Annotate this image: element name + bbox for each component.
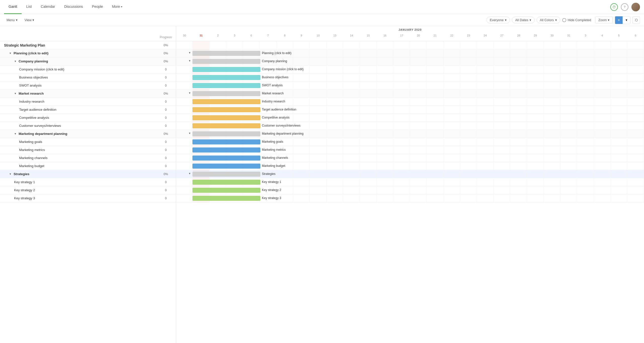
gantt-col-15 (427, 41, 443, 49)
gantt-col-0 (176, 154, 193, 162)
gantt-col-8 (310, 170, 326, 178)
task-row-marketing-metrics[interactable]: Marketing metrics0 (0, 146, 176, 154)
task-row-key-strategy-2[interactable]: Key strategy 20 (0, 186, 176, 194)
gantt-col-27 (627, 49, 644, 57)
gantt-col-16 (444, 170, 460, 178)
gantt-col-22 (544, 98, 560, 106)
gantt-col-20 (510, 154, 527, 162)
gantt-col-8 (310, 73, 326, 82)
gantt-col-10 (343, 114, 360, 122)
tab-list[interactable]: List (22, 0, 36, 14)
gantt-col-22 (544, 162, 560, 170)
gantt-col-22 (544, 41, 560, 49)
task-row-marketing-dept[interactable]: ▼Marketing department planning0% (0, 130, 176, 138)
task-row-swot[interactable]: SWOT analysis0 (0, 82, 176, 90)
gantt-col-23 (560, 194, 577, 202)
zoom-button[interactable]: Zoom ▾ (595, 17, 613, 23)
gantt-col-1 (193, 106, 209, 114)
gantt-col-0 (176, 90, 193, 98)
clock-icon[interactable]: ⏱ (610, 3, 618, 11)
task-label-strategies: Strategies (14, 172, 29, 176)
gantt-col-25 (594, 146, 611, 154)
gantt-col-24 (577, 106, 594, 114)
task-row-marketing-goals[interactable]: Marketing goals0 (0, 138, 176, 146)
gantt-grid-3 (176, 65, 644, 73)
gantt-col-21 (527, 82, 544, 90)
gantt-col-25 (594, 170, 611, 178)
avatar[interactable] (631, 3, 640, 11)
gantt-col-18 (477, 138, 494, 146)
task-row-strategic[interactable]: Strategic Marketing Plan0% (0, 41, 176, 49)
gantt-view-toggle[interactable]: ≡ (615, 16, 623, 24)
gantt-col-19 (494, 82, 510, 90)
task-row-competitive[interactable]: Competitive analysis0 (0, 114, 176, 122)
nav-right-actions: ⏱ ? (610, 3, 640, 11)
gantt-col-12 (377, 178, 393, 186)
gantt-grid-8 (176, 106, 644, 114)
task-row-industry-research[interactable]: Industry research0 (0, 98, 176, 106)
gantt-col-1 (193, 49, 209, 57)
gantt-col-8 (310, 154, 326, 162)
gantt-col-16 (444, 122, 460, 130)
gantt-col-24 (577, 65, 594, 73)
gantt-col-14 (410, 154, 427, 162)
gantt-col-19 (494, 106, 510, 114)
collapse-arrow-planning[interactable]: ▼ (9, 52, 12, 55)
task-row-customer-surveys[interactable]: Customer surveys/interviews0 (0, 122, 176, 130)
gantt-col-12 (377, 138, 393, 146)
gantt-col-11 (360, 194, 377, 202)
main-area: Progress Strategic Marketing Plan0%▼Plan… (0, 26, 644, 343)
gantt-col-7 (293, 49, 310, 57)
collapse-arrow-company-planning[interactable]: ▼ (14, 60, 17, 63)
tab-people[interactable]: People (88, 0, 108, 14)
task-row-business-obj[interactable]: Business objectives0 (0, 73, 176, 82)
task-row-company-mission[interactable]: Company mission (click to edit)0 (0, 65, 176, 73)
task-row-marketing-channels[interactable]: Marketing channels0 (0, 154, 176, 162)
task-row-strategies[interactable]: ▼Strategies0% (0, 170, 176, 178)
gantt-col-9 (327, 73, 343, 82)
collapse-arrow-marketing-dept[interactable]: ▼ (14, 132, 17, 135)
gantt-col-5 (260, 146, 276, 154)
collapse-arrow-market-research[interactable]: ▼ (14, 92, 17, 95)
gantt-grid-7 (176, 98, 644, 106)
gantt-col-27 (627, 162, 644, 170)
tab-calendar[interactable]: Calendar (36, 0, 60, 14)
task-row-key-strategy-3[interactable]: Key strategy 30 (0, 194, 176, 202)
task-row-planning[interactable]: ▼Planning (click to edit)0% (0, 49, 176, 57)
task-name-marketing-budget: Marketing budget (0, 164, 156, 168)
tab-discussions[interactable]: Discussions (60, 0, 88, 14)
everyone-filter[interactable]: Everyone ▾ (487, 17, 510, 23)
hide-completed-checkbox[interactable] (562, 18, 566, 22)
date-cell-2: 2 (210, 34, 226, 37)
all-dates-filter[interactable]: All Dates ▾ (512, 17, 535, 23)
gantt-col-7 (293, 138, 310, 146)
grid-view-toggle[interactable]: ▾ (623, 16, 630, 24)
gantt-col-25 (594, 194, 611, 202)
collapse-arrow-strategies[interactable]: ▼ (9, 173, 12, 175)
task-row-market-research[interactable]: ▼Market research0% (0, 90, 176, 98)
task-row-key-strategy-1[interactable]: Key strategy 10 (0, 178, 176, 186)
gantt-col-9 (327, 162, 343, 170)
gantt-col-2 (210, 186, 226, 194)
task-row-marketing-budget[interactable]: Marketing budget0 (0, 162, 176, 170)
view-button[interactable]: View ▾ (22, 17, 37, 23)
menu-button[interactable]: Menu ▾ (4, 17, 20, 23)
all-colors-filter[interactable]: All Colors ▾ (537, 17, 560, 23)
gantt-col-17 (460, 146, 477, 154)
gantt-col-9 (327, 130, 343, 138)
gantt-col-4 (243, 194, 260, 202)
date-cell-22: 22 (444, 34, 460, 37)
hide-completed-toggle[interactable]: Hide Completed (562, 18, 591, 22)
task-row-company-planning[interactable]: ▼Company planning0% (0, 57, 176, 65)
gantt-col-12 (377, 73, 393, 82)
help-icon[interactable]: ? (621, 3, 628, 11)
gantt-col-21 (527, 170, 544, 178)
task-row-target-audience[interactable]: Target audience definition0 (0, 106, 176, 114)
export-button[interactable]: ⬡ (632, 16, 640, 24)
tab-gantt[interactable]: Gantt (4, 0, 22, 14)
task-name-market-research: ▼Market research (0, 92, 156, 95)
task-label-swot: SWOT analysis (19, 84, 42, 87)
gantt-col-4 (243, 49, 260, 57)
gantt-col-4 (243, 186, 260, 194)
tab-more[interactable]: More ▾ (107, 0, 127, 14)
